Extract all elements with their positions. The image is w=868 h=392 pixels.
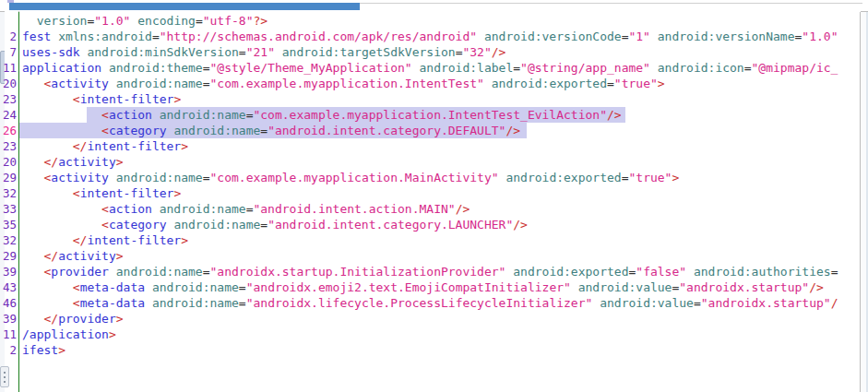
code-line[interactable]: </provider> xyxy=(19,311,861,327)
code-line[interactable]: <category android:name="android.intent.c… xyxy=(19,123,861,138)
code-text: ifest> xyxy=(22,343,65,357)
line-number: 29 xyxy=(3,170,17,185)
line-number: 24 xyxy=(3,107,17,123)
code-text: application android:theme="@style/Theme_… xyxy=(22,61,838,75)
line-number: 23 xyxy=(3,91,17,107)
code-line[interactable]: <action android:name="android.intent.act… xyxy=(19,201,861,217)
code-editor-area[interactable]: version="1.0" encoding="utf-8"?>fest xml… xyxy=(19,11,861,392)
code-line[interactable]: fest xmlns:android="http://schemas.andro… xyxy=(19,29,861,44)
code-line[interactable]: /application> xyxy=(19,327,861,342)
code-line[interactable]: <activity android:name="com.example.myap… xyxy=(19,170,861,185)
line-number: 43 xyxy=(3,279,17,295)
code-line[interactable]: <meta-data android:name="androidx.emoji2… xyxy=(19,279,861,295)
code-line[interactable]: application android:theme="@style/Theme_… xyxy=(19,60,861,76)
code-text: <activity android:name="com.example.myap… xyxy=(22,171,679,184)
splitter-grip[interactable] xyxy=(0,366,9,387)
line-number-gutter: 271120232426232029323335322939434639112 xyxy=(5,11,18,392)
line-number: 32 xyxy=(3,185,17,201)
code-viewer-window: 271120232426232029323335322939434639112 … xyxy=(0,0,868,392)
code-text: version="1.0" encoding="utf-8"?> xyxy=(22,14,268,28)
code-line[interactable]: </activity> xyxy=(19,248,861,264)
code-text: <category android:name="android.intent.c… xyxy=(22,218,528,232)
code-line[interactable]: ifest> xyxy=(19,342,861,358)
code-text: uses-sdk android:minSdkVersion="21" andr… xyxy=(22,45,505,59)
line-number: 39 xyxy=(3,264,17,279)
code-text: </intent-filter> xyxy=(22,233,188,247)
code-text: <intent-filter> xyxy=(22,186,181,200)
line-number: 29 xyxy=(3,248,17,264)
line-number-current: 26 xyxy=(3,123,17,138)
line-number: 35 xyxy=(3,217,17,232)
code-line[interactable]: <action android:name="com.example.myappl… xyxy=(19,107,861,123)
code-line[interactable]: </intent-filter> xyxy=(19,138,861,154)
code-line[interactable]: version="1.0" encoding="utf-8"?> xyxy=(19,13,861,29)
active-tab-accent-bar xyxy=(9,3,360,10)
line-number: 46 xyxy=(3,295,17,311)
code-text: <action android:name="com.example.myappl… xyxy=(22,108,622,122)
code-line[interactable]: <intent-filter> xyxy=(19,185,861,201)
line-number: 39 xyxy=(3,311,17,327)
code-line[interactable]: <category android:name="android.intent.c… xyxy=(19,217,861,232)
code-text: </activity> xyxy=(22,155,124,169)
code-line[interactable]: <intent-filter> xyxy=(19,91,861,107)
code-text: fest xmlns:android="http://schemas.andro… xyxy=(22,30,838,43)
code-line[interactable]: uses-sdk android:minSdkVersion="21" andr… xyxy=(19,44,861,60)
code-text: <provider android:name="androidx.startup… xyxy=(22,265,838,279)
line-number: 2 xyxy=(9,342,17,358)
code-line[interactable]: </intent-filter> xyxy=(19,232,861,248)
code-line[interactable]: </activity> xyxy=(19,154,861,170)
code-line[interactable]: <meta-data android:name="androidx.lifecy… xyxy=(19,295,861,311)
code-text: <intent-filter> xyxy=(22,92,181,106)
code-text: <category android:name="android.intent.c… xyxy=(22,124,520,137)
code-line[interactable]: <activity android:name="com.example.myap… xyxy=(19,76,861,91)
code-text: </intent-filter> xyxy=(22,139,188,153)
code-line[interactable]: <provider android:name="androidx.startup… xyxy=(19,264,861,279)
code-text: </provider> xyxy=(22,312,124,326)
code-text: <meta-data android:name="androidx.lifecy… xyxy=(22,296,838,310)
tab-strip-hairline xyxy=(360,3,862,4)
line-number: 11 xyxy=(3,60,17,76)
line-number: 32 xyxy=(3,232,17,248)
code-text: </activity> xyxy=(22,249,124,263)
line-number: 20 xyxy=(3,154,17,170)
line-number: 2 xyxy=(9,29,17,44)
code-text: <action android:name="android.intent.act… xyxy=(22,202,470,216)
line-number: 23 xyxy=(3,138,17,154)
line-number: 20 xyxy=(3,76,17,91)
code-text: <meta-data android:name="androidx.emoji2… xyxy=(22,280,824,294)
line-number: 7 xyxy=(9,44,17,60)
code-text: /application> xyxy=(22,327,116,341)
code-text: <activity android:name="com.example.myap… xyxy=(22,77,665,90)
line-number: 33 xyxy=(3,201,17,217)
line-number: 11 xyxy=(3,327,17,342)
